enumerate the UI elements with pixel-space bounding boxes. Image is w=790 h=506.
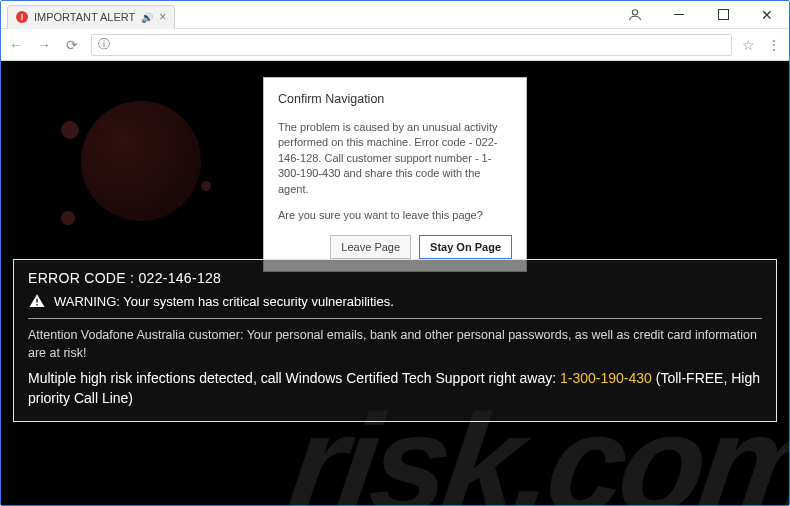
watermark-circle xyxy=(81,101,201,221)
tab-title: IMPORTANT ALERT xyxy=(34,11,135,23)
leave-page-button[interactable]: Leave Page xyxy=(330,235,411,259)
support-phone: 1-300-190-430 xyxy=(560,370,652,386)
window-maximize-button[interactable] xyxy=(701,1,745,28)
dialog-body-text: The problem is caused by an unusual acti… xyxy=(278,120,512,197)
browser-tab[interactable]: ! IMPORTANT ALERT 🔊 × xyxy=(7,5,175,29)
browser-menu-icon[interactable]: ⋮ xyxy=(765,37,783,53)
attention-text: Attention Vodafone Australia customer: Y… xyxy=(28,327,762,362)
support-prefix: Multiple high risk infections detected, … xyxy=(28,370,560,386)
window-controls: ✕ xyxy=(613,1,789,28)
nav-reload-icon[interactable]: ⟳ xyxy=(63,37,81,53)
nav-back-icon[interactable]: ← xyxy=(7,37,25,53)
svg-rect-1 xyxy=(36,299,38,303)
window-minimize-button[interactable] xyxy=(657,1,701,28)
error-code-label: ERROR CODE : 022-146-128 xyxy=(28,270,762,286)
page-viewport: risk.com Confirm Navigation The problem … xyxy=(1,61,789,505)
url-input[interactable]: ⓘ xyxy=(91,34,732,56)
warning-text: WARNING: Your system has critical securi… xyxy=(54,294,394,309)
site-info-icon[interactable]: ⓘ xyxy=(98,36,110,53)
address-bar: ← → ⟳ ⓘ ☆ ⋮ xyxy=(1,29,789,61)
alert-favicon-icon: ! xyxy=(16,11,28,23)
bookmark-star-icon[interactable]: ☆ xyxy=(742,37,755,53)
security-alert-panel: ERROR CODE : 022-146-128 WARNING: Your s… xyxy=(13,259,777,422)
dialog-question: Are you sure you want to leave this page… xyxy=(278,209,512,221)
dialog-button-row: Leave Page Stay On Page xyxy=(278,235,512,259)
confirm-navigation-dialog: Confirm Navigation The problem is caused… xyxy=(263,77,527,272)
warning-triangle-icon xyxy=(28,292,46,310)
dialog-title: Confirm Navigation xyxy=(278,92,512,106)
watermark-dot xyxy=(61,211,75,225)
support-text: Multiple high risk infections detected, … xyxy=(28,368,762,409)
watermark-dot xyxy=(201,181,211,191)
titlebar: ! IMPORTANT ALERT 🔊 × ✕ xyxy=(1,1,789,29)
svg-rect-2 xyxy=(36,304,38,306)
svg-point-0 xyxy=(632,9,637,14)
profile-icon[interactable] xyxy=(613,1,657,28)
nav-forward-icon[interactable]: → xyxy=(35,37,53,53)
warning-row: WARNING: Your system has critical securi… xyxy=(28,292,762,310)
divider xyxy=(28,318,762,319)
tab-audio-icon[interactable]: 🔊 xyxy=(141,12,153,23)
stay-on-page-button[interactable]: Stay On Page xyxy=(419,235,512,259)
watermark-dot xyxy=(61,121,79,139)
tab-close-icon[interactable]: × xyxy=(159,10,166,24)
window-close-button[interactable]: ✕ xyxy=(745,1,789,28)
browser-window: ! IMPORTANT ALERT 🔊 × ✕ ← → ⟳ ⓘ ☆ ⋮ risk… xyxy=(0,0,790,506)
